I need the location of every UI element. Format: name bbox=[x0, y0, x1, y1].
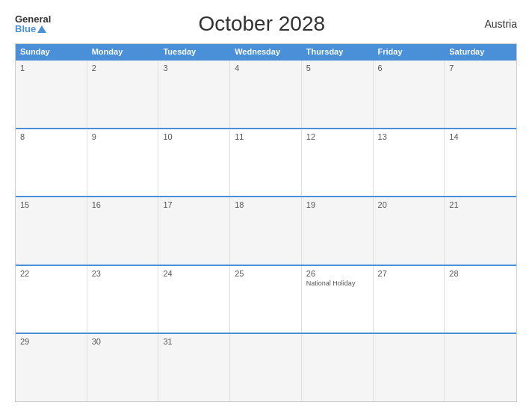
calendar-cell-w2-d6: 13 bbox=[374, 129, 445, 197]
calendar-cell-w4-d4: 25 bbox=[230, 266, 302, 333]
logo: General Blue bbox=[15, 14, 51, 34]
calendar-cell-w1-d4: 4 bbox=[230, 61, 302, 128]
day-number: 14 bbox=[449, 132, 512, 141]
day-number: 6 bbox=[378, 64, 440, 72]
calendar-cell-w1-d1: 1 bbox=[16, 61, 87, 128]
day-number: 10 bbox=[163, 132, 225, 141]
day-number: 22 bbox=[20, 269, 82, 278]
calendar-cell-w2-d2: 9 bbox=[87, 129, 159, 197]
header-saturday: Saturday bbox=[445, 44, 516, 59]
header-thursday: Thursday bbox=[302, 44, 374, 59]
calendar-week-3: 15161718192021 bbox=[16, 196, 516, 265]
calendar-cell-w3-d5: 19 bbox=[302, 197, 374, 265]
calendar-week-1: 1234567 bbox=[16, 59, 516, 128]
day-number: 27 bbox=[378, 269, 440, 278]
calendar-body: 1234567891011121314151617181920212223242… bbox=[16, 59, 516, 401]
calendar-cell-w3-d6: 20 bbox=[374, 197, 445, 265]
calendar-cell-w5-d2: 30 bbox=[87, 334, 159, 401]
header-tuesday: Tuesday bbox=[158, 44, 230, 59]
country-label: Austria bbox=[472, 18, 517, 30]
day-number: 3 bbox=[163, 64, 225, 72]
calendar-cell-w1-d5: 5 bbox=[302, 61, 374, 128]
day-number: 29 bbox=[20, 337, 82, 346]
day-number: 26 bbox=[306, 269, 368, 278]
calendar-week-5: 293031 bbox=[16, 333, 516, 401]
day-event: National Holiday bbox=[306, 279, 368, 288]
day-number: 23 bbox=[92, 269, 154, 278]
calendar-cell-w4-d3: 24 bbox=[158, 266, 230, 333]
calendar-cell-w5-d7 bbox=[445, 334, 516, 401]
header: General Blue October 2028 Austria bbox=[15, 12, 517, 36]
day-number: 25 bbox=[235, 269, 297, 278]
day-number: 8 bbox=[20, 132, 82, 141]
calendar-cell-w5-d3: 31 bbox=[158, 334, 230, 401]
calendar-cell-w5-d4 bbox=[230, 334, 302, 401]
calendar-cell-w2-d7: 14 bbox=[445, 129, 516, 197]
day-number: 20 bbox=[378, 200, 440, 209]
calendar-cell-w1-d6: 6 bbox=[374, 61, 445, 128]
calendar-cell-w2-d4: 11 bbox=[230, 129, 302, 197]
day-number: 21 bbox=[449, 200, 512, 209]
day-number: 13 bbox=[378, 132, 440, 141]
calendar-cell-w5-d6 bbox=[374, 334, 445, 401]
logo-blue-text: Blue bbox=[15, 24, 46, 34]
calendar-cell-w1-d7: 7 bbox=[445, 61, 516, 128]
day-number: 5 bbox=[306, 64, 368, 72]
logo-blue-label: Blue bbox=[15, 24, 36, 34]
day-number: 2 bbox=[92, 64, 154, 72]
day-number: 17 bbox=[163, 200, 225, 209]
calendar-cell-w4-d2: 23 bbox=[87, 266, 159, 333]
calendar-cell-w4-d1: 22 bbox=[16, 266, 87, 333]
calendar-cell-w3-d2: 16 bbox=[87, 197, 159, 265]
day-number: 15 bbox=[20, 200, 82, 209]
day-number: 11 bbox=[235, 132, 297, 141]
calendar-header: Sunday Monday Tuesday Wednesday Thursday… bbox=[16, 44, 516, 59]
logo-triangle-icon bbox=[37, 25, 46, 33]
day-number: 30 bbox=[92, 337, 154, 346]
calendar-cell-w4-d7: 28 bbox=[445, 266, 516, 333]
day-number: 9 bbox=[92, 132, 154, 141]
day-number: 24 bbox=[163, 269, 225, 278]
calendar-week-4: 2223242526National Holiday2728 bbox=[16, 265, 516, 333]
calendar-cell-w5-d1: 29 bbox=[16, 334, 87, 401]
header-wednesday: Wednesday bbox=[230, 44, 302, 59]
day-number: 12 bbox=[306, 132, 368, 141]
calendar-cell-w2-d5: 12 bbox=[302, 129, 374, 197]
calendar-cell-w3-d1: 15 bbox=[16, 197, 87, 265]
day-number: 19 bbox=[306, 200, 368, 209]
day-number: 1 bbox=[20, 64, 82, 72]
header-monday: Monday bbox=[87, 44, 159, 59]
calendar-cell-w5-d5 bbox=[302, 334, 374, 401]
day-number: 16 bbox=[92, 200, 154, 209]
page: General Blue October 2028 Austria Sunday… bbox=[0, 0, 532, 411]
day-number: 28 bbox=[449, 269, 512, 278]
calendar-cell-w1-d2: 2 bbox=[87, 61, 159, 128]
calendar-cell-w3-d4: 18 bbox=[230, 197, 302, 265]
calendar-cell-w3-d7: 21 bbox=[445, 197, 516, 265]
calendar-title: October 2028 bbox=[51, 12, 472, 36]
calendar-cell-w2-d1: 8 bbox=[16, 129, 87, 197]
calendar-cell-w4-d6: 27 bbox=[374, 266, 445, 333]
day-number: 4 bbox=[235, 64, 297, 72]
header-friday: Friday bbox=[374, 44, 445, 59]
calendar-cell-w2-d3: 10 bbox=[158, 129, 230, 197]
day-number: 31 bbox=[163, 337, 225, 346]
day-number: 7 bbox=[449, 64, 512, 72]
calendar-week-2: 891011121314 bbox=[16, 128, 516, 197]
day-number: 18 bbox=[235, 200, 297, 209]
calendar-cell-w4-d5: 26National Holiday bbox=[302, 266, 374, 333]
calendar-cell-w1-d3: 3 bbox=[158, 61, 230, 128]
calendar-cell-w3-d3: 17 bbox=[158, 197, 230, 265]
calendar: Sunday Monday Tuesday Wednesday Thursday… bbox=[15, 43, 517, 402]
header-sunday: Sunday bbox=[16, 44, 87, 59]
